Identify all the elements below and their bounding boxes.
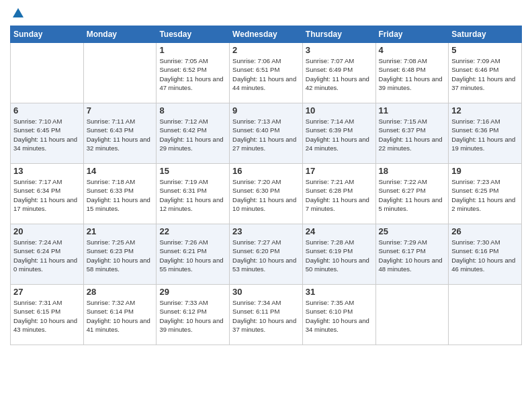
day-info: Sunrise: 7:16 AMSunset: 6:36 PMDaylight:… (451, 117, 519, 152)
day-info: Sunrise: 7:28 AMSunset: 6:19 PMDaylight:… (306, 238, 373, 273)
svg-marker-0 (13, 8, 24, 17)
day-number: 9 (232, 105, 300, 116)
day-info: Sunrise: 7:23 AMSunset: 6:25 PMDaylight:… (451, 177, 519, 213)
week-row-4: 20Sunrise: 7:24 AMSunset: 6:24 PMDayligh… (11, 224, 522, 285)
day-info: Sunrise: 7:24 AMSunset: 6:24 PMDaylight:… (13, 238, 81, 273)
day-header-tuesday: Tuesday (157, 26, 230, 43)
day-number: 19 (451, 166, 519, 176)
page: SundayMondayTuesdayWednesdayThursdayFrid… (0, 0, 532, 352)
calendar-cell: 2Sunrise: 7:06 AMSunset: 6:51 PMDaylight… (230, 43, 303, 103)
day-number: 16 (232, 166, 300, 176)
day-number: 22 (159, 226, 226, 236)
calendar-cell: 16Sunrise: 7:20 AMSunset: 6:30 PMDayligh… (230, 164, 303, 224)
calendar-cell: 22Sunrise: 7:26 AMSunset: 6:21 PMDayligh… (157, 224, 230, 285)
day-number: 2 (232, 45, 300, 55)
day-info: Sunrise: 7:26 AMSunset: 6:21 PMDaylight:… (159, 238, 226, 273)
day-info: Sunrise: 7:20 AMSunset: 6:30 PMDaylight:… (232, 177, 300, 213)
day-number: 4 (379, 45, 446, 55)
calendar-cell: 18Sunrise: 7:22 AMSunset: 6:27 PMDayligh… (375, 164, 449, 224)
calendar-cell: 31Sunrise: 7:35 AMSunset: 6:10 PMDayligh… (302, 285, 375, 345)
day-number: 28 (87, 287, 154, 297)
day-info: Sunrise: 7:35 AMSunset: 6:10 PMDaylight:… (306, 298, 373, 334)
day-number: 13 (13, 166, 81, 176)
day-number: 26 (451, 226, 519, 236)
day-info: Sunrise: 7:25 AMSunset: 6:23 PMDaylight:… (87, 238, 154, 273)
calendar-cell: 4Sunrise: 7:08 AMSunset: 6:48 PMDaylight… (375, 43, 449, 103)
day-info: Sunrise: 7:10 AMSunset: 6:45 PMDaylight:… (13, 117, 81, 152)
day-info: Sunrise: 7:07 AMSunset: 6:49 PMDaylight:… (306, 56, 373, 92)
calendar-cell: 21Sunrise: 7:25 AMSunset: 6:23 PMDayligh… (83, 224, 157, 285)
day-number: 27 (13, 287, 81, 297)
day-info: Sunrise: 7:15 AMSunset: 6:37 PMDaylight:… (379, 117, 446, 152)
day-number: 24 (306, 226, 373, 236)
calendar-cell: 23Sunrise: 7:27 AMSunset: 6:20 PMDayligh… (230, 224, 303, 285)
day-header-saturday: Saturday (449, 26, 522, 43)
day-header-wednesday: Wednesday (230, 26, 303, 43)
logo-icon (11, 7, 25, 20)
day-number: 15 (159, 166, 226, 176)
calendar-cell: 28Sunrise: 7:32 AMSunset: 6:14 PMDayligh… (83, 285, 157, 345)
week-row-1: 1Sunrise: 7:05 AMSunset: 6:52 PMDaylight… (11, 43, 522, 103)
day-info: Sunrise: 7:13 AMSunset: 6:40 PMDaylight:… (232, 117, 300, 152)
week-row-2: 6Sunrise: 7:10 AMSunset: 6:45 PMDaylight… (11, 103, 522, 164)
calendar-cell: 3Sunrise: 7:07 AMSunset: 6:49 PMDaylight… (302, 43, 375, 103)
day-number: 5 (451, 45, 519, 55)
day-info: Sunrise: 7:31 AMSunset: 6:15 PMDaylight:… (13, 298, 81, 334)
calendar-cell: 11Sunrise: 7:15 AMSunset: 6:37 PMDayligh… (375, 103, 449, 164)
calendar-cell: 27Sunrise: 7:31 AMSunset: 6:15 PMDayligh… (11, 285, 84, 345)
day-number: 25 (379, 226, 446, 236)
calendar-cell: 14Sunrise: 7:18 AMSunset: 6:33 PMDayligh… (83, 164, 157, 224)
calendar-cell (449, 285, 522, 345)
day-info: Sunrise: 7:22 AMSunset: 6:27 PMDaylight:… (379, 177, 446, 213)
calendar-cell: 13Sunrise: 7:17 AMSunset: 6:34 PMDayligh… (11, 164, 84, 224)
day-info: Sunrise: 7:30 AMSunset: 6:16 PMDaylight:… (451, 238, 519, 273)
calendar-cell: 26Sunrise: 7:30 AMSunset: 6:16 PMDayligh… (449, 224, 522, 285)
day-info: Sunrise: 7:32 AMSunset: 6:14 PMDaylight:… (87, 298, 154, 334)
day-info: Sunrise: 7:18 AMSunset: 6:33 PMDaylight:… (87, 177, 154, 213)
day-info: Sunrise: 7:05 AMSunset: 6:52 PMDaylight:… (159, 56, 226, 92)
day-number: 29 (159, 287, 226, 297)
calendar-cell: 5Sunrise: 7:09 AMSunset: 6:46 PMDaylight… (449, 43, 522, 103)
day-header-thursday: Thursday (302, 26, 375, 43)
day-info: Sunrise: 7:29 AMSunset: 6:17 PMDaylight:… (379, 238, 446, 273)
day-info: Sunrise: 7:33 AMSunset: 6:12 PMDaylight:… (159, 298, 226, 334)
calendar-cell: 29Sunrise: 7:33 AMSunset: 6:12 PMDayligh… (157, 285, 230, 345)
day-number: 6 (13, 105, 81, 116)
calendar-cell: 17Sunrise: 7:21 AMSunset: 6:28 PMDayligh… (302, 164, 375, 224)
calendar-cell: 9Sunrise: 7:13 AMSunset: 6:40 PMDaylight… (230, 103, 303, 164)
day-info: Sunrise: 7:19 AMSunset: 6:31 PMDaylight:… (159, 177, 226, 213)
header (10, 7, 522, 21)
day-number: 31 (306, 287, 373, 297)
calendar-cell: 7Sunrise: 7:11 AMSunset: 6:43 PMDaylight… (83, 103, 157, 164)
calendar-cell: 12Sunrise: 7:16 AMSunset: 6:36 PMDayligh… (449, 103, 522, 164)
day-number: 3 (306, 45, 373, 55)
day-number: 10 (306, 105, 373, 116)
day-number: 7 (87, 105, 154, 116)
day-info: Sunrise: 7:12 AMSunset: 6:42 PMDaylight:… (159, 117, 226, 152)
calendar-cell: 8Sunrise: 7:12 AMSunset: 6:42 PMDaylight… (157, 103, 230, 164)
day-number: 30 (232, 287, 300, 297)
day-number: 8 (159, 105, 226, 116)
week-row-5: 27Sunrise: 7:31 AMSunset: 6:15 PMDayligh… (11, 285, 522, 345)
day-info: Sunrise: 7:09 AMSunset: 6:46 PMDaylight:… (451, 56, 519, 92)
day-number: 20 (13, 226, 81, 236)
calendar-cell: 15Sunrise: 7:19 AMSunset: 6:31 PMDayligh… (157, 164, 230, 224)
day-header-friday: Friday (375, 26, 449, 43)
calendar-cell: 19Sunrise: 7:23 AMSunset: 6:25 PMDayligh… (449, 164, 522, 224)
calendar-cell: 10Sunrise: 7:14 AMSunset: 6:39 PMDayligh… (302, 103, 375, 164)
day-info: Sunrise: 7:14 AMSunset: 6:39 PMDaylight:… (306, 117, 373, 152)
calendar-cell (11, 43, 84, 103)
calendar-cell: 1Sunrise: 7:05 AMSunset: 6:52 PMDaylight… (157, 43, 230, 103)
calendar-table: SundayMondayTuesdayWednesdayThursdayFrid… (10, 26, 522, 345)
day-info: Sunrise: 7:06 AMSunset: 6:51 PMDaylight:… (232, 56, 300, 92)
day-info: Sunrise: 7:34 AMSunset: 6:11 PMDaylight:… (232, 298, 300, 334)
calendar-cell: 6Sunrise: 7:10 AMSunset: 6:45 PMDaylight… (11, 103, 84, 164)
day-number: 21 (87, 226, 154, 236)
calendar-cell (83, 43, 157, 103)
day-info: Sunrise: 7:27 AMSunset: 6:20 PMDaylight:… (232, 238, 300, 273)
day-info: Sunrise: 7:17 AMSunset: 6:34 PMDaylight:… (13, 177, 81, 213)
calendar-cell (375, 285, 449, 345)
day-info: Sunrise: 7:08 AMSunset: 6:48 PMDaylight:… (379, 56, 446, 92)
header-row: SundayMondayTuesdayWednesdayThursdayFrid… (11, 26, 522, 43)
calendar-cell: 30Sunrise: 7:34 AMSunset: 6:11 PMDayligh… (230, 285, 303, 345)
